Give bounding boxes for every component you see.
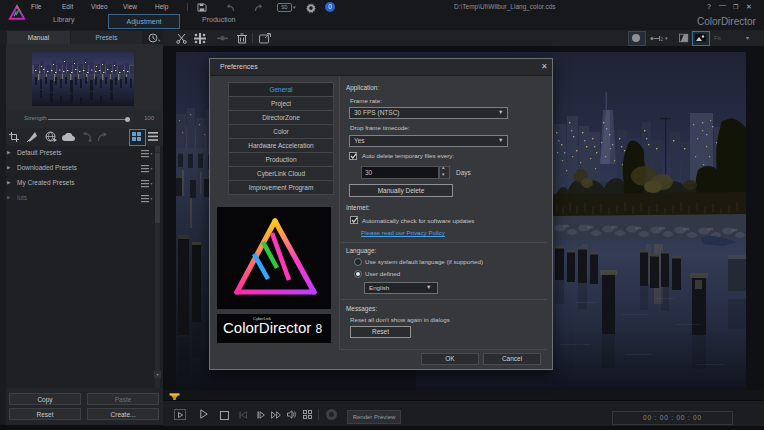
svg-text:2: 2 bbox=[661, 36, 664, 42]
